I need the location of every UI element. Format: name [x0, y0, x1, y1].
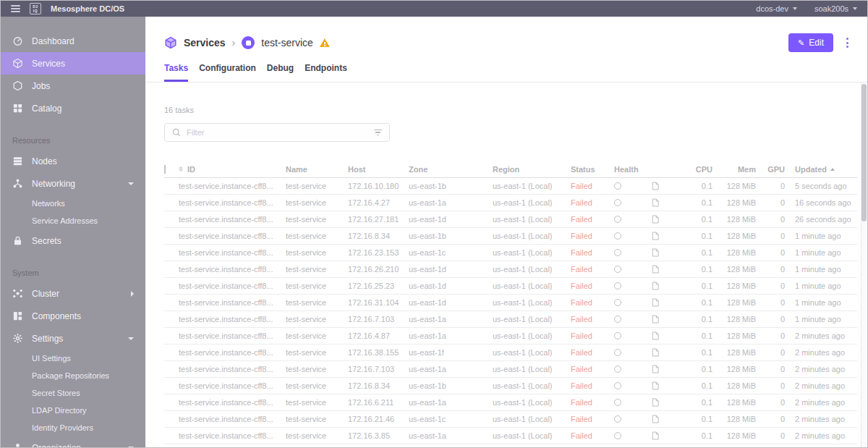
- sidebar-item-components[interactable]: Components: [1, 305, 145, 327]
- sidebar-item-dashboard[interactable]: Dashboard: [1, 30, 145, 52]
- sidebar-item-ldap-directory[interactable]: LDAP Directory: [1, 402, 145, 419]
- task-id-link[interactable]: test-service.instance-cff8...: [179, 331, 286, 340]
- task-id-link[interactable]: test-service.instance-cff8...: [179, 265, 286, 274]
- sidebar-sublabel: Package Repositories: [32, 371, 109, 380]
- task-log-link[interactable]: [652, 182, 679, 190]
- task-row[interactable]: test-service.instance-cff8... test-servi…: [164, 345, 857, 361]
- task-row[interactable]: test-service.instance-cff8... test-servi…: [164, 295, 857, 311]
- task-id-link[interactable]: test-service.instance-cff8...: [179, 282, 286, 290]
- task-id-link[interactable]: test-service.instance-cff8...: [179, 215, 286, 224]
- more-options-kebab-icon[interactable]: [845, 36, 850, 49]
- task-log-link[interactable]: [652, 282, 679, 290]
- task-log-link[interactable]: [652, 232, 679, 240]
- task-log-link[interactable]: [652, 348, 679, 357]
- column-header-zone[interactable]: Zone: [409, 165, 493, 174]
- task-log-link[interactable]: [652, 415, 679, 423]
- task-log-link[interactable]: [652, 248, 679, 257]
- sidebar-item-cluster[interactable]: Cluster: [1, 282, 145, 305]
- task-mem: 128 MiB: [712, 282, 756, 290]
- task-row[interactable]: test-service.instance-cff8... test-servi…: [164, 211, 857, 228]
- task-log-link[interactable]: [652, 365, 679, 373]
- filter-funnel-icon[interactable]: [374, 130, 382, 136]
- edit-button[interactable]: ✎ Edit: [788, 33, 833, 52]
- select-all-checkbox[interactable]: [164, 165, 166, 174]
- task-row[interactable]: test-service.instance-cff8... test-servi…: [164, 428, 857, 444]
- tab-endpoints[interactable]: Endpoints: [305, 63, 347, 82]
- sidebar-item-jobs[interactable]: Jobs: [1, 75, 145, 97]
- task-row[interactable]: test-service.instance-cff8... test-servi…: [164, 228, 857, 245]
- column-header-name[interactable]: Name: [286, 165, 348, 174]
- sidebar-item-services[interactable]: Services: [1, 52, 145, 75]
- sidebar-item-organization[interactable]: Organization: [1, 436, 145, 447]
- task-id-link[interactable]: test-service.instance-cff8...: [179, 248, 286, 257]
- tab-configuration[interactable]: Configuration: [199, 63, 256, 82]
- task-log-link[interactable]: [652, 298, 679, 307]
- cluster-dropdown[interactable]: dcos-dev: [756, 4, 797, 13]
- sidebar-item-secret-stores[interactable]: Secret Stores: [1, 384, 145, 402]
- task-id-link[interactable]: test-service.instance-cff8...: [179, 182, 286, 190]
- task-cpu: 0.1: [679, 398, 712, 407]
- task-id-link[interactable]: test-service.instance-cff8...: [179, 431, 286, 440]
- sidebar-item-service-addresses[interactable]: Service Addresses: [1, 212, 145, 229]
- sidebar-item-networks[interactable]: Networks: [1, 195, 145, 212]
- scrollbar-thumb[interactable]: [861, 84, 867, 221]
- task-id-link[interactable]: test-service.instance-cff8...: [179, 298, 286, 307]
- task-id-link[interactable]: test-service.instance-cff8...: [179, 232, 286, 240]
- task-row[interactable]: test-service.instance-cff8... test-servi…: [164, 261, 857, 278]
- sidebar-item-networking[interactable]: Networking: [1, 172, 145, 195]
- sidebar-item-nodes[interactable]: Nodes: [1, 150, 145, 172]
- task-id-link[interactable]: test-service.instance-cff8...: [179, 398, 286, 407]
- task-log-link[interactable]: [652, 381, 679, 390]
- sidebar-item-secrets[interactable]: Secrets: [1, 229, 145, 252]
- tab-tasks[interactable]: Tasks: [164, 63, 188, 82]
- cluster-dropdown-label: dcos-dev: [756, 4, 788, 13]
- task-log-link[interactable]: [652, 198, 679, 207]
- task-gpu: 0: [756, 431, 785, 440]
- task-mem: 128 MiB: [712, 415, 756, 423]
- task-health: [614, 266, 652, 273]
- task-log-link[interactable]: [652, 215, 679, 224]
- column-header-mem[interactable]: Mem: [712, 165, 756, 174]
- user-dropdown[interactable]: soak200s: [814, 4, 857, 13]
- task-row[interactable]: test-service.instance-cff8... test-servi…: [164, 311, 857, 328]
- column-header-health[interactable]: Health: [614, 165, 652, 174]
- sidebar-item-ui-settings[interactable]: UI Settings: [1, 350, 145, 367]
- task-id-link[interactable]: test-service.instance-cff8...: [179, 381, 286, 390]
- sidebar-item-identity-providers[interactable]: Identity Providers: [1, 419, 145, 436]
- tab-debug[interactable]: Debug: [267, 63, 294, 82]
- column-header-updated[interactable]: Updated: [785, 165, 857, 174]
- filter-input[interactable]: [187, 128, 368, 137]
- task-log-link[interactable]: [652, 431, 679, 440]
- task-row[interactable]: test-service.instance-cff8... test-servi…: [164, 411, 857, 428]
- task-log-link[interactable]: [652, 315, 679, 324]
- task-row[interactable]: test-service.instance-cff8... test-servi…: [164, 195, 857, 211]
- task-id-link[interactable]: test-service.instance-cff8...: [179, 315, 286, 324]
- hamburger-menu-icon[interactable]: [11, 5, 20, 12]
- task-row[interactable]: test-service.instance-cff8... test-servi…: [164, 394, 857, 411]
- column-header-host[interactable]: Host: [348, 165, 409, 174]
- task-log-link[interactable]: [652, 398, 679, 407]
- breadcrumb-services-link[interactable]: Services: [184, 37, 226, 48]
- task-row[interactable]: test-service.instance-cff8... test-servi…: [164, 361, 857, 378]
- task-row[interactable]: test-service.instance-cff8... test-servi…: [164, 278, 857, 295]
- sidebar-item-settings[interactable]: Settings: [1, 327, 145, 350]
- task-id-link[interactable]: test-service.instance-cff8...: [179, 348, 286, 357]
- sidebar-item-catalog[interactable]: Catalog: [1, 97, 145, 119]
- task-id-link[interactable]: test-service.instance-cff8...: [179, 198, 286, 207]
- task-id-link[interactable]: test-service.instance-cff8...: [179, 415, 286, 423]
- sidebar-item-package-repositories[interactable]: Package Repositories: [1, 367, 145, 384]
- task-row[interactable]: test-service.instance-cff8... test-servi…: [164, 378, 857, 394]
- column-header-gpu[interactable]: GPU: [756, 165, 785, 174]
- column-header-cpu[interactable]: CPU: [679, 165, 712, 174]
- task-row[interactable]: test-service.instance-cff8... test-servi…: [164, 178, 857, 195]
- column-header-status[interactable]: Status: [571, 165, 614, 174]
- scrollbar-track[interactable]: [861, 83, 867, 447]
- column-header-id[interactable]: ID: [179, 165, 286, 174]
- column-header-region[interactable]: Region: [493, 165, 571, 174]
- task-row[interactable]: test-service.instance-cff8... test-servi…: [164, 328, 857, 345]
- task-log-link[interactable]: [652, 331, 679, 340]
- task-row[interactable]: test-service.instance-cff8... test-servi…: [164, 245, 857, 261]
- task-log-link[interactable]: [652, 265, 679, 274]
- task-cpu: 0.1: [679, 215, 712, 224]
- task-id-link[interactable]: test-service.instance-cff8...: [179, 365, 286, 373]
